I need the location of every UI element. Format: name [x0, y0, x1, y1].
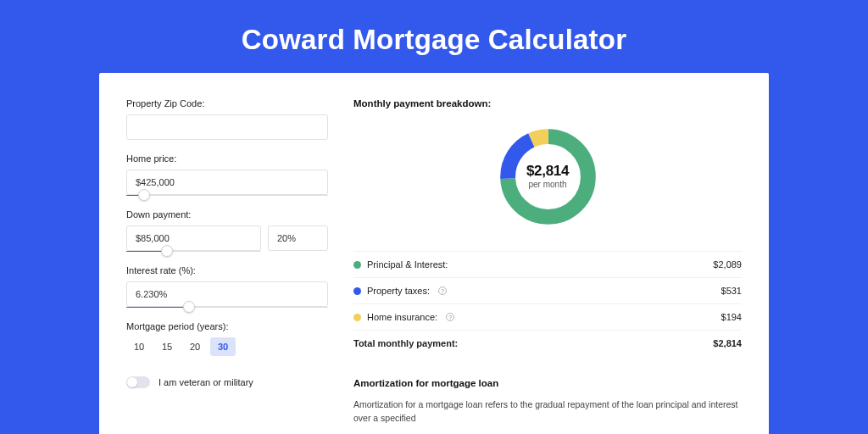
veteran-label: I am veteran or military: [159, 377, 253, 387]
total-value: $2,814: [713, 338, 742, 348]
home-price-field-group: Home price:: [126, 153, 328, 196]
zip-input[interactable]: [126, 114, 328, 140]
legend-value: $2,089: [713, 259, 742, 270]
legend-row-taxes: Property taxes: ? $531: [353, 277, 742, 303]
legend-label: Home insurance:: [367, 312, 437, 322]
period-field-group: Mortgage period (years): 10 15 20 30: [126, 321, 328, 356]
legend-dot-icon: [353, 314, 361, 321]
period-label: Mortgage period (years):: [126, 321, 328, 331]
donut-center: $2,814 per month: [526, 162, 569, 188]
legend-value: $194: [721, 312, 742, 322]
toggle-knob: [127, 377, 137, 387]
legend-label: Principal & Interest:: [367, 259, 448, 270]
amortization-title: Amortization for mortgage loan: [353, 378, 742, 388]
down-payment-label: Down payment:: [126, 209, 328, 220]
down-payment-amount-input[interactable]: [126, 225, 261, 251]
info-icon[interactable]: ?: [438, 287, 447, 295]
legend-dot-icon: [353, 287, 361, 295]
veteran-toggle-row: I am veteran or military: [126, 376, 328, 388]
legend-row-total: Total monthly payment: $2,814: [353, 330, 742, 356]
legend-row-insurance: Home insurance: ? $194: [353, 303, 742, 330]
amortization-section: Amortization for mortgage loan Amortizat…: [353, 378, 742, 426]
slider-thumb[interactable]: [183, 301, 195, 313]
home-price-slider[interactable]: [126, 195, 328, 196]
info-icon[interactable]: ?: [446, 313, 454, 321]
breakdown-title: Monthly payment breakdown:: [353, 98, 742, 108]
interest-field-group: Interest rate (%):: [126, 265, 328, 308]
home-price-label: Home price:: [126, 153, 328, 164]
period-button-10[interactable]: 10: [126, 337, 152, 356]
legend-value: $531: [721, 286, 742, 296]
calculator-card: Property Zip Code: Home price: Down paym…: [99, 73, 769, 434]
zip-field-group: Property Zip Code:: [126, 98, 328, 140]
veteran-toggle[interactable]: [126, 376, 150, 388]
total-label: Total monthly payment:: [353, 338, 458, 348]
breakdown-column: Monthly payment breakdown: $2,814 per mo…: [353, 98, 742, 426]
interest-label: Interest rate (%):: [126, 265, 328, 275]
home-price-input[interactable]: [126, 170, 328, 195]
legend-row-principal: Principal & Interest: $2,089: [353, 251, 742, 277]
period-button-15[interactable]: 15: [154, 337, 180, 356]
form-column: Property Zip Code: Home price: Down paym…: [126, 98, 328, 426]
legend-label: Property taxes:: [367, 286, 430, 296]
down-payment-slider[interactable]: [126, 251, 261, 252]
period-button-30[interactable]: 30: [210, 337, 236, 356]
period-button-group: 10 15 20 30: [126, 337, 328, 356]
slider-thumb[interactable]: [161, 245, 173, 257]
donut-chart-wrap: $2,814 per month: [353, 120, 742, 230]
interest-slider[interactable]: [126, 307, 328, 308]
period-button-20[interactable]: 20: [182, 337, 208, 356]
page-title: Coward Mortgage Calculator: [0, 0, 868, 73]
slider-thumb[interactable]: [138, 189, 150, 201]
zip-label: Property Zip Code:: [126, 98, 328, 108]
legend-dot-icon: [353, 261, 361, 269]
amortization-text: Amortization for a mortgage loan refers …: [353, 398, 742, 426]
down-payment-field-group: Down payment:: [126, 209, 328, 252]
interest-input[interactable]: [126, 281, 328, 307]
donut-per-month: per month: [526, 179, 569, 188]
donut-amount: $2,814: [526, 162, 569, 179]
down-payment-percent-input[interactable]: [268, 225, 328, 251]
